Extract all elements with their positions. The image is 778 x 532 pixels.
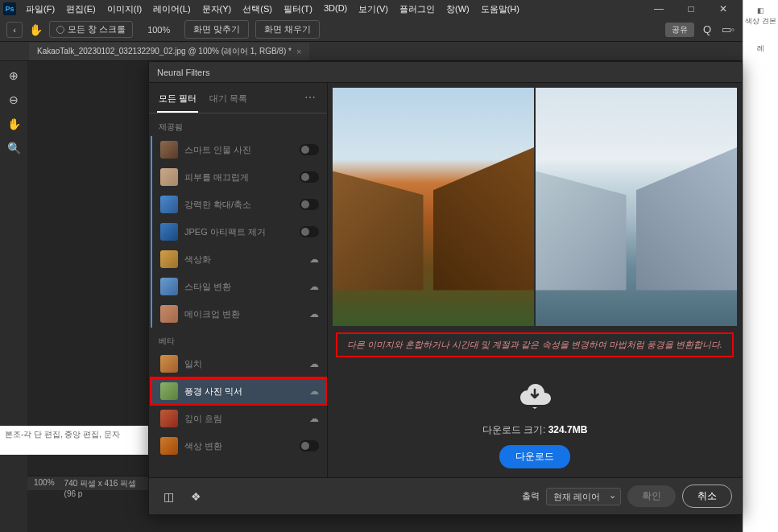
hand-tool-icon: ✋ [29, 23, 43, 36]
close-tab-icon[interactable]: × [296, 47, 301, 56]
neural-filters-panel: Neural Filters 모든 필터 대기 목록 ⋯ 제공됨 스마트 인물 … [148, 61, 743, 515]
share-button[interactable]: 공유 [665, 23, 694, 37]
workspace-icon[interactable]: ▭◦ [720, 22, 736, 38]
output-label: 출력 [522, 490, 540, 502]
filter-thumbnail-icon [160, 278, 178, 295]
filter-jpeg-artifacts[interactable]: JPEG 아티팩트 제거 [151, 218, 327, 245]
filter-style-transfer[interactable]: 스타일 변환 ☁ [151, 273, 327, 300]
status-zoom: 100% [34, 478, 55, 489]
status-bar: 100% 740 픽셀 x 416 픽셀 (96 p [27, 476, 148, 490]
menu-file[interactable]: 파일(F) [21, 2, 60, 17]
menu-plugin[interactable]: 플러그인 [395, 2, 440, 17]
filter-thumbnail-icon [160, 437, 178, 455]
filter-color-transfer[interactable]: 색상 변환 [151, 432, 327, 460]
toggle-switch[interactable] [300, 440, 319, 452]
cloud-download-icon[interactable]: ☁ [309, 281, 319, 292]
filter-harmonization[interactable]: 일치 ☁ [151, 350, 327, 377]
filter-super-zoom[interactable]: 강력한 확대/축소 [151, 191, 327, 218]
menu-filter[interactable]: 필터(T) [279, 2, 317, 17]
preview-after-image [536, 88, 737, 326]
tab-all-filters[interactable]: 모든 필터 [157, 88, 198, 113]
menu-edit[interactable]: 편집(E) [61, 2, 101, 17]
menu-help[interactable]: 도움말(H) [476, 2, 524, 17]
menu-layer[interactable]: 레이어(L) [148, 2, 195, 17]
filter-thumbnail-icon [160, 141, 178, 159]
search-icon[interactable]: Q [699, 22, 715, 38]
toggle-switch[interactable] [300, 144, 319, 155]
hand-tool-icon[interactable]: ✋ [2, 113, 25, 135]
maximize-button[interactable]: □ [675, 0, 707, 18]
toggle-switch[interactable] [300, 226, 319, 237]
filter-smart-portrait[interactable]: 스마트 인물 사진 [151, 136, 327, 163]
zoom-level[interactable]: 100% [139, 23, 178, 36]
close-button[interactable]: ✕ [707, 0, 739, 18]
toggle-switch[interactable] [300, 199, 319, 210]
external-panel-fragment: 본조-각 단 편집, 중앙 편집, 문자 [0, 426, 148, 455]
menu-text[interactable]: 문자(Y) [197, 2, 237, 17]
filter-detail-area: 다른 이미지와 혼합하거나 시간대 및 계절과 같은 속성을 변경하여 마법처럼… [328, 83, 742, 477]
photoshop-icon: Ps [3, 2, 16, 15]
filter-landscape-mixer[interactable]: 풍경 사진 믹서 ☁ [151, 377, 327, 405]
panel-title: Neural Filters [149, 62, 742, 83]
section-featured-label: 제공됨 [149, 113, 327, 136]
filter-colorize[interactable]: 색상화 ☁ [151, 245, 327, 273]
cancel-button[interactable]: 취소 [682, 485, 732, 508]
tools-panel: ⊕ ⊖ ✋ 🔍 [0, 61, 27, 532]
more-options-icon[interactable]: ⋯ [301, 88, 319, 113]
menu-select[interactable]: 선택(S) [238, 2, 277, 17]
download-button[interactable]: 다운로드 [499, 445, 570, 468]
magnify-tool-icon[interactable]: 🔍 [2, 137, 25, 159]
layers-panel-icon[interactable]: 레 [743, 32, 778, 64]
ok-button[interactable]: 확인 [627, 485, 676, 507]
output-select[interactable]: 현재 레이어 [546, 488, 621, 505]
filter-thumbnail-icon [160, 223, 178, 241]
filter-sidebar: 모든 필터 대기 목록 ⋯ 제공됨 스마트 인물 사진 피부를 매끄럽게 강력한… [149, 83, 328, 477]
zoom-in-tool-icon[interactable]: ⊕ [2, 64, 25, 87]
filter-thumbnail-icon [160, 196, 178, 213]
cloud-download-icon[interactable]: ☁ [309, 254, 319, 265]
zoom-out-tool-icon[interactable]: ⊖ [2, 89, 25, 111]
cloud-download-icon[interactable]: ☁ [309, 386, 319, 397]
menu-3d[interactable]: 3D(D) [319, 2, 352, 17]
section-beta-label: 베타 [149, 328, 327, 350]
document-title: KakaoTalk_20230102_032132290_02.jpg @ 10… [37, 46, 292, 57]
filter-skin-smoothing[interactable]: 피부를 매끄럽게 [151, 163, 327, 191]
layers-icon[interactable]: ❖ [186, 487, 205, 506]
back-button[interactable]: ‹ [6, 22, 23, 38]
minimize-button[interactable]: — [643, 0, 675, 18]
filter-makeup-transfer[interactable]: 메이크업 변환 ☁ [151, 300, 327, 328]
menu-image[interactable]: 이미지(I) [102, 2, 147, 17]
cloud-download-large-icon [519, 381, 551, 415]
filter-thumbnail-icon [160, 305, 178, 323]
menu-window[interactable]: 창(W) [441, 2, 474, 17]
preview-before-image [333, 88, 534, 326]
menu-bar: 파일(F) 편집(E) 이미지(I) 레이어(L) 문자(Y) 선택(S) 필터… [21, 2, 643, 17]
scroll-all-windows-checkbox[interactable]: 모든 창 스크롤 [49, 21, 133, 38]
preview-comparison [328, 83, 742, 331]
filter-description: 다른 이미지와 혼합하거나 시간대 및 계절과 같은 속성을 변경하여 마법처럼… [336, 332, 734, 357]
fit-screen-button[interactable]: 화면 맞추기 [184, 20, 249, 39]
document-tab[interactable]: KakaoTalk_20230102_032132290_02.jpg @ 10… [29, 43, 309, 60]
fill-screen-button[interactable]: 화면 채우기 [255, 20, 320, 39]
download-size-label: 다운로드 크기: 324.7MB [482, 423, 588, 437]
preview-layout-icon[interactable]: ◫ [159, 487, 178, 506]
right-collapsed-panels: ◧색상 견본 레 [743, 0, 778, 532]
menu-view[interactable]: 보기(V) [354, 2, 393, 17]
status-dimensions: 740 픽셀 x 416 픽셀 (96 p [64, 478, 142, 489]
toggle-switch[interactable] [300, 171, 319, 183]
filter-thumbnail-icon [160, 250, 178, 268]
filter-thumbnail-icon [160, 410, 178, 427]
swatches-panel-icon[interactable]: ◧색상 견본 [743, 0, 778, 32]
cloud-download-icon[interactable]: ☁ [309, 358, 319, 369]
filter-thumbnail-icon [160, 355, 178, 373]
tab-waitlist[interactable]: 대기 목록 [208, 88, 249, 113]
cloud-download-icon[interactable]: ☁ [309, 413, 319, 424]
filter-thumbnail-icon [160, 168, 178, 186]
filter-depth-blur[interactable]: 깊이 흐림 ☁ [151, 405, 327, 432]
cloud-download-icon[interactable]: ☁ [309, 308, 319, 320]
filter-thumbnail-icon [160, 382, 178, 400]
